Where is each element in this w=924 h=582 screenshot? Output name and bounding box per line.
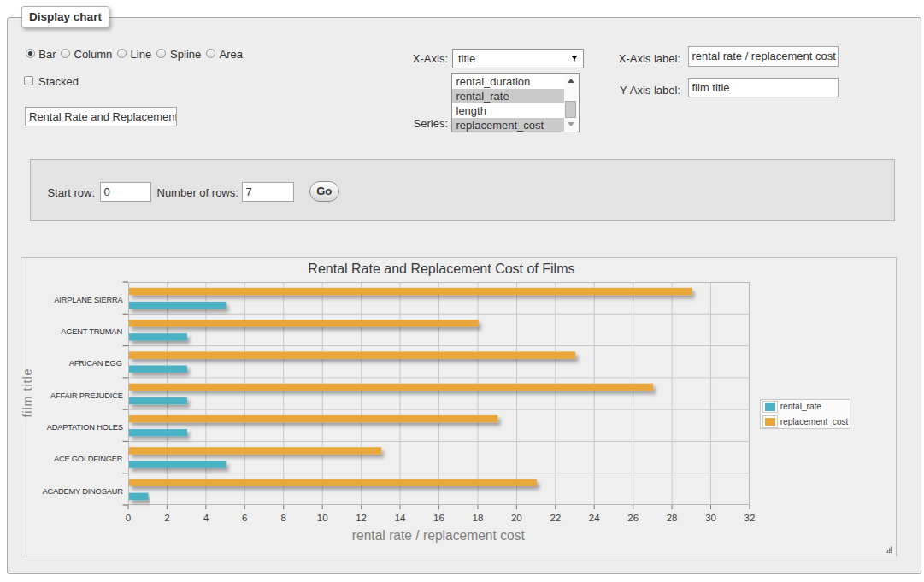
svg-text:32: 32: [744, 513, 756, 523]
svg-text:ACE GOLDFINGER: ACE GOLDFINGER: [54, 455, 123, 463]
svg-text:30: 30: [705, 513, 716, 523]
svg-text:8: 8: [281, 513, 286, 523]
svg-text:12: 12: [356, 513, 367, 523]
svg-text:AGENT TRUMAN: AGENT TRUMAN: [61, 327, 122, 336]
svg-text:26: 26: [627, 513, 639, 523]
svg-text:14: 14: [395, 513, 406, 523]
svg-text:film title: film title: [21, 367, 34, 417]
svg-text:4: 4: [203, 513, 209, 523]
svg-text:AFRICAN EGG: AFRICAN EGG: [69, 359, 122, 367]
svg-text:AFFAIR PREJUDICE: AFFAIR PREJUDICE: [50, 391, 123, 400]
svg-text:rental rate / replacement cost: rental rate / replacement cost: [352, 528, 526, 543]
svg-text:AIRPLANE SIERRA: AIRPLANE SIERRA: [54, 296, 123, 304]
svg-text:6: 6: [242, 513, 247, 523]
svg-text:0: 0: [126, 513, 131, 523]
svg-text:18: 18: [473, 513, 484, 523]
svg-text:22: 22: [550, 513, 561, 523]
svg-text:ADAPTATION HOLES: ADAPTATION HOLES: [47, 423, 123, 432]
svg-text:ACADEMY DINOSAUR: ACADEMY DINOSAUR: [42, 487, 123, 496]
svg-text:2: 2: [164, 513, 169, 523]
svg-text:Rental Rate and Replacement Co: Rental Rate and Replacement Cost of Film…: [308, 262, 574, 276]
svg-text:24: 24: [589, 513, 600, 523]
svg-text:20: 20: [511, 513, 522, 523]
svg-text:28: 28: [667, 513, 678, 523]
svg-text:16: 16: [433, 513, 444, 523]
svg-text:10: 10: [317, 513, 328, 523]
